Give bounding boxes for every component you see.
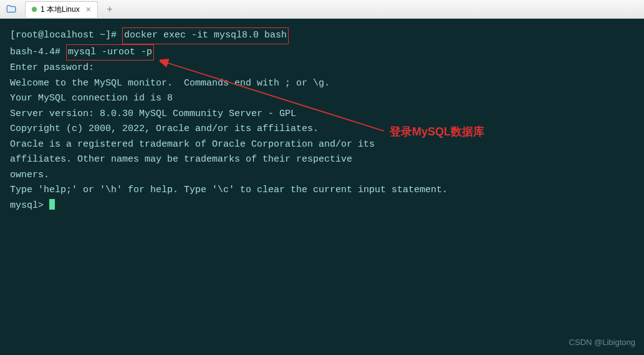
prompt: [root@localhost ~]# [10, 30, 122, 41]
terminal-line: bash-4.4# mysql -uroot -p [10, 44, 634, 61]
terminal-line: Type 'help;' or '\h' for help. Type '\c'… [10, 183, 634, 198]
terminal-line: [root@localhost ~]# docker exec -it mysq… [10, 27, 634, 44]
cursor-icon [49, 199, 55, 210]
add-tab-button[interactable]: + [103, 2, 117, 16]
terminal-line: Welcome to the MySQL monitor. Commands e… [10, 76, 634, 92]
terminal-line: owners. [10, 168, 634, 183]
tab-local-linux[interactable]: 1 本地Linux × [25, 1, 98, 17]
tab-bar: 1 本地Linux × + [0, 0, 644, 19]
terminal-line: Oracle is a registered trademark of Orac… [10, 137, 634, 153]
terminal-line: Your MySQL connection id is 8 [10, 91, 634, 107]
highlighted-command: mysql -uroot -p [66, 44, 154, 61]
terminal-line: Enter password: [10, 61, 634, 76]
terminal[interactable]: [root@localhost ~]# docker exec -it mysq… [0, 19, 644, 355]
annotation-label: 登录MySQL数据库 [390, 124, 484, 140]
prompt: mysql> [10, 200, 49, 211]
terminal-line: Server version: 8.0.30 MySQL Community S… [10, 107, 634, 122]
folder-icon[interactable] [5, 3, 17, 16]
prompt: bash-4.4# [10, 47, 66, 57]
terminal-line: Copyright (c) 2000, 2022, Oracle and/or … [10, 122, 634, 137]
terminal-line: mysql> [10, 198, 634, 214]
highlighted-command: docker exec -it mysql8.0 bash [122, 27, 289, 44]
terminal-line: affiliates. Other names may be trademark… [10, 152, 634, 168]
tab-label: 1 本地Linux [41, 4, 80, 15]
close-icon[interactable]: × [86, 4, 91, 14]
watermark: CSDN @Libigtong [569, 335, 635, 351]
status-dot-icon [32, 7, 37, 12]
